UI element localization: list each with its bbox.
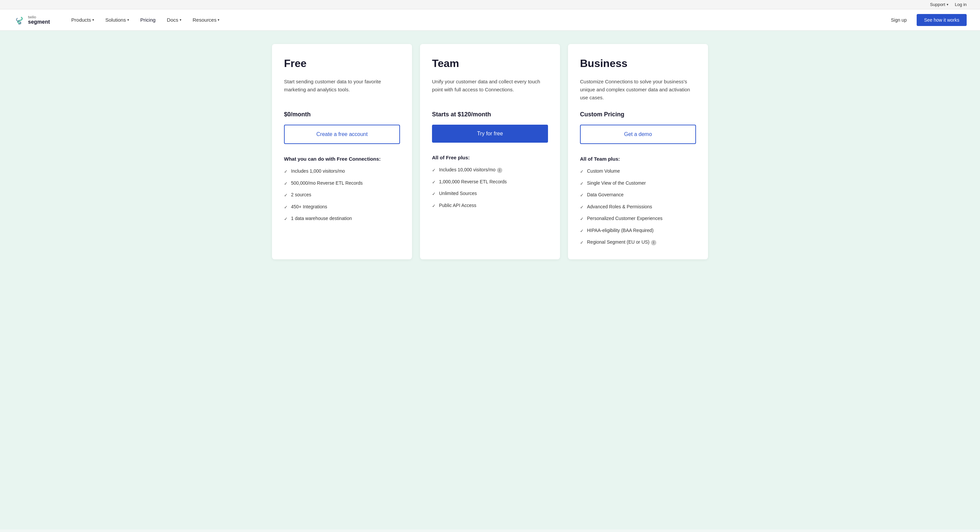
check-icon: ✓ bbox=[580, 192, 584, 199]
check-icon: ✓ bbox=[284, 216, 288, 222]
features-title: What you can do with Free Connections: bbox=[284, 156, 400, 162]
plan-cta-button[interactable]: Get a demo bbox=[580, 125, 696, 144]
plan-name: Business bbox=[580, 57, 696, 70]
plan-cta-button[interactable]: Create a free account bbox=[284, 125, 400, 144]
plan-name: Team bbox=[432, 57, 548, 70]
feature-item: ✓ Unlimited Sources bbox=[432, 190, 548, 198]
feature-item: ✓ Data Governance bbox=[580, 191, 696, 199]
nav-solutions[interactable]: Solutions ▾ bbox=[101, 14, 134, 25]
plan-description: Start sending customer data to your favo… bbox=[284, 78, 400, 102]
check-icon: ✓ bbox=[580, 228, 584, 234]
chevron-down-icon: ▾ bbox=[127, 18, 129, 22]
feature-item: ✓ Includes 1,000 visitors/mo bbox=[284, 168, 400, 175]
feature-list: ✓ Includes 10,000 visitors/moi ✓ 1,000,0… bbox=[432, 166, 548, 209]
feature-item: ✓ 1,000,000 Reverse ETL Records bbox=[432, 178, 548, 186]
pricing-cards: Free Start sending customer data to your… bbox=[257, 44, 723, 259]
feature-item: ✓ 450+ Integrations bbox=[284, 203, 400, 211]
nav: twilio segment Products ▾ Solutions ▾ Pr… bbox=[0, 10, 980, 31]
logo-icon bbox=[13, 14, 25, 26]
plan-name: Free bbox=[284, 57, 400, 70]
chevron-down-icon: ▾ bbox=[92, 18, 94, 22]
features-title: All of Free plus: bbox=[432, 155, 548, 160]
feature-item: ✓ Regional Segment (EU or US)i bbox=[580, 239, 696, 246]
signup-button[interactable]: Sign up bbox=[885, 15, 913, 25]
plan-cta-button[interactable]: Try for free bbox=[432, 125, 548, 143]
check-icon: ✓ bbox=[580, 168, 584, 175]
check-icon: ✓ bbox=[432, 179, 436, 186]
nav-docs[interactable]: Docs ▾ bbox=[162, 14, 186, 25]
login-link[interactable]: Log in bbox=[955, 2, 967, 7]
plan-description: Customize Connections to solve your busi… bbox=[580, 78, 696, 102]
check-icon: ✓ bbox=[284, 180, 288, 187]
info-icon[interactable]: i bbox=[651, 240, 656, 245]
check-icon: ✓ bbox=[580, 216, 584, 222]
chevron-down-icon: ▾ bbox=[180, 18, 181, 22]
nav-pricing[interactable]: Pricing bbox=[136, 14, 160, 25]
check-icon: ✓ bbox=[580, 239, 584, 246]
feature-list: ✓ Includes 1,000 visitors/mo ✓ 500,000/m… bbox=[284, 168, 400, 222]
check-icon: ✓ bbox=[284, 168, 288, 175]
feature-item: ✓ HIPAA-eligibility (BAA Required) bbox=[580, 227, 696, 234]
feature-item: ✓ Custom Volume bbox=[580, 168, 696, 175]
feature-item: ✓ Single View of the Customer bbox=[580, 180, 696, 187]
check-icon: ✓ bbox=[432, 191, 436, 198]
feature-item: ✓ Public API Access bbox=[432, 202, 548, 209]
info-icon[interactable]: i bbox=[497, 168, 502, 173]
see-how-button[interactable]: See how it works bbox=[917, 14, 967, 26]
nav-right: Sign up See how it works bbox=[885, 14, 967, 26]
check-icon: ✓ bbox=[432, 203, 436, 209]
chevron-down-icon: ▾ bbox=[218, 18, 220, 22]
nav-products[interactable]: Products ▾ bbox=[67, 14, 99, 25]
feature-list: ✓ Custom Volume ✓ Single View of the Cus… bbox=[580, 168, 696, 246]
feature-item: ✓ 500,000/mo Reverse ETL Records bbox=[284, 180, 400, 187]
support-link[interactable]: Support ▾ bbox=[930, 2, 948, 7]
check-icon: ✓ bbox=[580, 180, 584, 187]
feature-item: ✓ Includes 10,000 visitors/moi bbox=[432, 166, 548, 174]
plan-price: Starts at $120/month bbox=[432, 111, 548, 118]
main-content: Free Start sending customer data to your… bbox=[0, 31, 980, 529]
feature-item: ✓ 1 data warehouse destination bbox=[284, 215, 400, 222]
chevron-down-icon: ▾ bbox=[947, 3, 948, 6]
feature-item: ✓ 2 sources bbox=[284, 191, 400, 199]
plan-description: Unify your customer data and collect eve… bbox=[432, 78, 548, 102]
nav-links: Products ▾ Solutions ▾ Pricing Docs ▾ Re… bbox=[67, 14, 885, 25]
plan-price: Custom Pricing bbox=[580, 111, 696, 118]
check-icon: ✓ bbox=[432, 167, 436, 174]
feature-item: ✓ Advanced Roles & Permissions bbox=[580, 203, 696, 211]
pricing-card-business: Business Customize Connections to solve … bbox=[568, 44, 708, 259]
plan-price: $0/month bbox=[284, 111, 400, 118]
logo[interactable]: twilio segment bbox=[13, 14, 50, 26]
features-title: All of Team plus: bbox=[580, 156, 696, 162]
top-bar: Support ▾ Log in bbox=[0, 0, 980, 10]
check-icon: ✓ bbox=[580, 204, 584, 211]
check-icon: ✓ bbox=[284, 204, 288, 211]
nav-resources[interactable]: Resources ▾ bbox=[188, 14, 224, 25]
pricing-card-team: Team Unify your customer data and collec… bbox=[420, 44, 560, 259]
check-icon: ✓ bbox=[284, 192, 288, 199]
feature-item: ✓ Personalized Customer Experiences bbox=[580, 215, 696, 222]
pricing-card-free: Free Start sending customer data to your… bbox=[272, 44, 412, 259]
